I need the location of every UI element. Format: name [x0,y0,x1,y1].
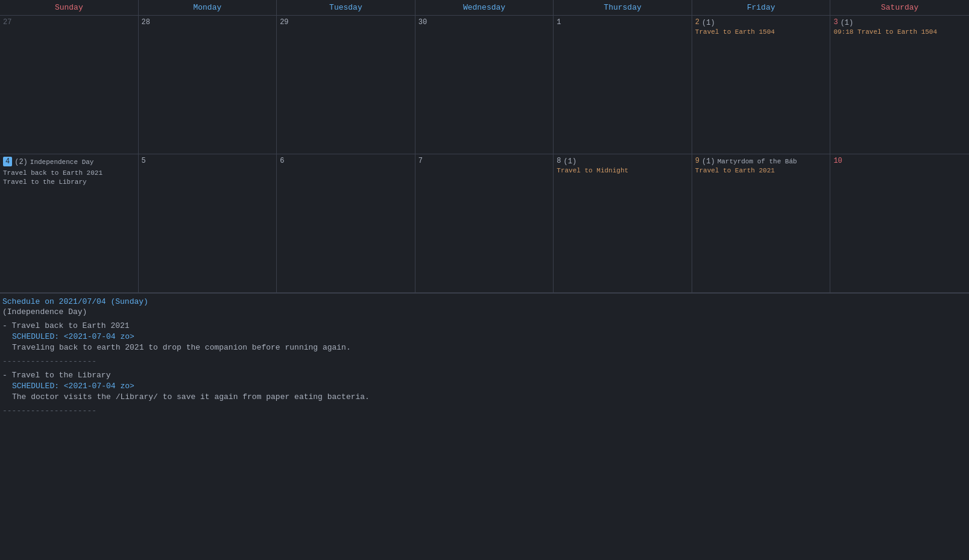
day-number-8: 8 [557,157,561,165]
martyrdom-label: Martyrdom of the Báb [718,158,797,165]
cell-1[interactable]: 1 [554,16,692,154]
day-number-29: 29 [280,18,412,27]
event-count-4: (2) [14,158,28,166]
header-tuesday: Tuesday [277,0,415,15]
cell-29[interactable]: 29 [277,16,415,154]
entry-2-title: - Travel to the Library [2,371,967,380]
event-travel-earth-1504-fri[interactable]: Travel to Earth 1504 [695,28,827,36]
independence-day-label: Independence Day [30,159,94,166]
cell-3[interactable]: 3 (1) 09:18 Travel to Earth 1504 [830,16,969,154]
entry-2-desc: The doctor visits the /Library/ to save … [12,392,967,401]
schedule-title: Schedule on 2021/07/04 (Sunday) [2,297,967,306]
day-number-7: 7 [418,157,551,165]
day-number-30: 30 [418,18,551,27]
day-number-1: 1 [557,18,689,27]
cell-28[interactable]: 28 [139,16,277,154]
day-number-28: 28 [142,18,274,27]
event-travel-earth-1504-sat[interactable]: 09:18 Travel to Earth 1504 [833,28,966,36]
cell-9[interactable]: 9 (1) Martyrdom of the Báb Travel to Ear… [692,154,831,293]
day-number-9: 9 [695,157,699,165]
header-saturday: Saturday [830,0,969,15]
calendar-grid: 27 28 29 30 1 2 (1) Travel to Earth 1504 [0,16,969,294]
day-number-5: 5 [142,157,274,165]
cell-10[interactable]: 10 [830,154,969,293]
schedule-entry-2: - Travel to the Library SCHEDULED: <2021… [2,371,967,401]
day-number-2: 2 [695,18,699,27]
cell-4-events: Travel back to Earth 2021 Travel to the … [3,169,135,187]
header-monday: Monday [139,0,277,15]
event-travel-midnight[interactable]: Travel to Midnight [557,167,689,174]
schedule-panel: Schedule on 2021/07/04 (Sunday) (Indepen… [0,294,969,424]
schedule-entry-1: - Travel back to Earth 2021 SCHEDULED: <… [2,321,967,352]
cell-27[interactable]: 27 [0,16,139,154]
entry-1-title: - Travel back to Earth 2021 [2,321,967,330]
header-friday: Friday [692,0,831,15]
day-number-27: 27 [3,18,135,27]
cell-8[interactable]: 8 (1) Travel to Midnight [554,154,692,293]
cell-4[interactable]: 4 (2) Independence Day Travel back to Ea… [0,154,139,293]
header-wednesday: Wednesday [415,0,554,15]
day-number-10: 10 [833,157,966,165]
event-count-2: (1) [702,19,715,27]
calendar-container: Sunday Monday Tuesday Wednesday Thursday… [0,0,969,424]
day-number-4: 4 [3,157,12,166]
header-thursday: Thursday [554,0,692,15]
event-count-8: (1) [563,157,576,166]
calendar-header: Sunday Monday Tuesday Wednesday Thursday… [0,0,969,16]
entry-2-scheduled: SCHEDULED: <2021-07-04 zo> [12,382,967,391]
schedule-divider-2: -------------------- [2,406,967,415]
cell-7[interactable]: 7 [415,154,554,293]
event-travel-earth-2021-fri[interactable]: Travel to Earth 2021 [695,167,827,174]
day-number-3: 3 [833,18,838,27]
day-number-6: 6 [280,157,412,165]
schedule-divider-1: -------------------- [2,357,967,366]
event-count-3: (1) [841,19,854,27]
event-count-9: (1) [702,157,715,166]
schedule-subtitle: (Independence Day) [2,307,967,316]
entry-1-desc: Traveling back to earth 2021 to drop the… [12,343,967,352]
cell-5[interactable]: 5 [139,154,277,293]
entry-1-scheduled: SCHEDULED: <2021-07-04 zo> [12,332,967,341]
event-travel-library[interactable]: Travel to the Library [3,178,135,187]
cell-6[interactable]: 6 [277,154,415,293]
cell-2[interactable]: 2 (1) Travel to Earth 1504 [692,16,831,154]
cell-30[interactable]: 30 [415,16,554,154]
header-sunday: Sunday [0,0,139,15]
event-travel-back-earth[interactable]: Travel back to Earth 2021 [3,169,135,178]
